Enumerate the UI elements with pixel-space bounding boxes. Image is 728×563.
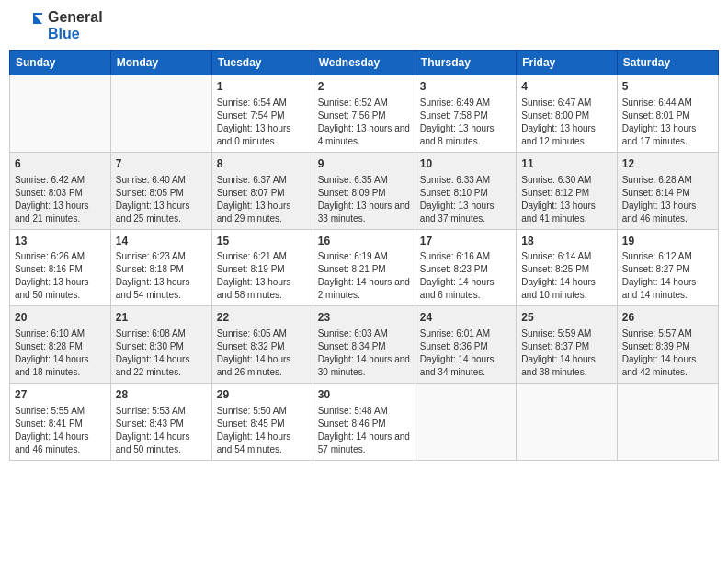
logo: General Blue [13,9,103,42]
day-info: Sunrise: 6:52 AM Sunset: 7:56 PM Dayligh… [318,97,410,148]
day-info: Sunrise: 6:05 AM Sunset: 8:32 PM Dayligh… [217,327,308,379]
day-number: 14 [116,234,207,249]
calendar-header: SundayMondayTuesdayWednesdayThursdayFrid… [10,51,719,75]
calendar-cell: 24Sunrise: 6:01 AM Sunset: 8:36 PM Dayli… [415,306,516,384]
day-info: Sunrise: 5:57 AM Sunset: 8:39 PM Dayligh… [622,327,713,379]
calendar-body: 1Sunrise: 6:54 AM Sunset: 7:54 PM Daylig… [10,75,719,461]
calendar-cell: 8Sunrise: 6:37 AM Sunset: 8:07 PM Daylig… [211,152,313,229]
day-number: 9 [318,156,410,172]
calendar-cell: 21Sunrise: 6:08 AM Sunset: 8:30 PM Dayli… [110,306,211,384]
day-number: 22 [217,310,308,326]
day-number: 10 [420,156,511,172]
logo-container: General Blue [13,9,103,42]
day-number: 11 [521,156,611,172]
calendar-cell: 27Sunrise: 5:55 AM Sunset: 8:41 PM Dayli… [10,384,111,461]
day-number: 2 [318,79,410,95]
weekday-header-row: SundayMondayTuesdayWednesdayThursdayFrid… [10,51,719,75]
weekday-header-thursday: Thursday [415,51,516,75]
calendar-week-row: 1Sunrise: 6:54 AM Sunset: 7:54 PM Daylig… [10,75,719,153]
calendar-cell: 19Sunrise: 6:12 AM Sunset: 8:27 PM Dayli… [617,229,718,306]
weekday-header-sunday: Sunday [10,51,111,75]
weekday-header-wednesday: Wednesday [313,51,415,75]
day-number: 12 [622,156,713,172]
day-number: 23 [318,310,410,326]
day-info: Sunrise: 6:47 AM Sunset: 8:00 PM Dayligh… [521,97,611,148]
day-info: Sunrise: 6:08 AM Sunset: 8:30 PM Dayligh… [116,327,207,379]
day-info: Sunrise: 6:44 AM Sunset: 8:01 PM Dayligh… [622,97,713,148]
calendar-cell: 30Sunrise: 5:48 AM Sunset: 8:46 PM Dayli… [313,384,415,461]
calendar-week-row: 20Sunrise: 6:10 AM Sunset: 8:28 PM Dayli… [10,306,719,384]
calendar-cell: 17Sunrise: 6:16 AM Sunset: 8:23 PM Dayli… [415,229,516,306]
day-info: Sunrise: 6:33 AM Sunset: 8:10 PM Dayligh… [420,174,511,225]
calendar-table: SundayMondayTuesdayWednesdayThursdayFrid… [9,50,719,461]
calendar-cell: 18Sunrise: 6:14 AM Sunset: 8:25 PM Dayli… [517,229,617,306]
calendar-week-row: 27Sunrise: 5:55 AM Sunset: 8:41 PM Dayli… [10,384,719,461]
day-number: 28 [116,387,207,403]
day-info: Sunrise: 6:26 AM Sunset: 8:16 PM Dayligh… [15,250,106,302]
calendar-cell: 28Sunrise: 5:53 AM Sunset: 8:43 PM Dayli… [110,384,211,461]
calendar-cell: 1Sunrise: 6:54 AM Sunset: 7:54 PM Daylig… [211,75,313,153]
calendar-week-row: 6Sunrise: 6:42 AM Sunset: 8:03 PM Daylig… [10,152,719,229]
calendar-cell: 23Sunrise: 6:03 AM Sunset: 8:34 PM Dayli… [313,306,415,384]
day-info: Sunrise: 6:14 AM Sunset: 8:25 PM Dayligh… [521,250,611,302]
calendar-cell [517,384,617,461]
day-info: Sunrise: 6:54 AM Sunset: 7:54 PM Dayligh… [217,97,308,148]
calendar-cell: 13Sunrise: 6:26 AM Sunset: 8:16 PM Dayli… [10,229,111,306]
day-info: Sunrise: 6:12 AM Sunset: 8:27 PM Dayligh… [622,250,713,302]
day-info: Sunrise: 6:49 AM Sunset: 7:58 PM Dayligh… [420,97,511,148]
day-info: Sunrise: 6:03 AM Sunset: 8:34 PM Dayligh… [318,327,410,379]
day-number: 26 [622,310,713,326]
logo-general-text: General [48,9,103,26]
day-number: 25 [521,310,611,326]
day-number: 16 [318,234,410,249]
calendar-cell: 6Sunrise: 6:42 AM Sunset: 8:03 PM Daylig… [10,152,111,229]
day-number: 27 [15,387,106,403]
calendar-cell: 22Sunrise: 6:05 AM Sunset: 8:32 PM Dayli… [211,306,313,384]
day-number: 30 [318,387,410,403]
day-info: Sunrise: 6:28 AM Sunset: 8:14 PM Dayligh… [622,174,713,225]
calendar-cell: 25Sunrise: 5:59 AM Sunset: 8:37 PM Dayli… [517,306,617,384]
day-number: 20 [15,310,106,326]
calendar-cell [617,384,718,461]
day-number: 7 [116,156,207,172]
day-info: Sunrise: 6:30 AM Sunset: 8:12 PM Dayligh… [521,174,611,225]
day-info: Sunrise: 6:10 AM Sunset: 8:28 PM Dayligh… [15,327,106,379]
day-info: Sunrise: 6:23 AM Sunset: 8:18 PM Dayligh… [116,250,207,302]
day-number: 13 [15,234,106,249]
calendar-cell: 9Sunrise: 6:35 AM Sunset: 8:09 PM Daylig… [313,152,415,229]
calendar-cell: 15Sunrise: 6:21 AM Sunset: 8:19 PM Dayli… [211,229,313,306]
weekday-header-saturday: Saturday [617,51,718,75]
calendar-cell: 29Sunrise: 5:50 AM Sunset: 8:45 PM Dayli… [211,384,313,461]
calendar-cell: 3Sunrise: 6:49 AM Sunset: 7:58 PM Daylig… [415,75,516,153]
calendar-cell: 20Sunrise: 6:10 AM Sunset: 8:28 PM Dayli… [10,306,111,384]
day-info: Sunrise: 5:48 AM Sunset: 8:46 PM Dayligh… [318,405,410,456]
calendar-cell: 7Sunrise: 6:40 AM Sunset: 8:05 PM Daylig… [110,152,211,229]
day-info: Sunrise: 6:35 AM Sunset: 8:09 PM Dayligh… [318,174,410,225]
day-info: Sunrise: 5:55 AM Sunset: 8:41 PM Dayligh… [15,405,106,456]
calendar-cell: 16Sunrise: 6:19 AM Sunset: 8:21 PM Dayli… [313,229,415,306]
day-info: Sunrise: 6:16 AM Sunset: 8:23 PM Dayligh… [420,250,511,302]
calendar-cell [110,75,211,153]
calendar-cell: 5Sunrise: 6:44 AM Sunset: 8:01 PM Daylig… [617,75,718,153]
day-number: 1 [217,79,308,95]
weekday-header-tuesday: Tuesday [211,51,313,75]
day-number: 19 [622,234,713,249]
calendar-week-row: 13Sunrise: 6:26 AM Sunset: 8:16 PM Dayli… [10,229,719,306]
day-info: Sunrise: 6:42 AM Sunset: 8:03 PM Dayligh… [15,174,106,225]
weekday-header-monday: Monday [110,51,211,75]
day-info: Sunrise: 5:50 AM Sunset: 8:45 PM Dayligh… [217,405,308,456]
svg-rect-1 [33,13,42,15]
calendar-cell: 26Sunrise: 5:57 AM Sunset: 8:39 PM Dayli… [617,306,718,384]
day-number: 6 [15,156,106,172]
calendar-cell [10,75,111,153]
day-info: Sunrise: 6:40 AM Sunset: 8:05 PM Dayligh… [116,174,207,225]
page-header: General Blue [9,9,719,42]
calendar-cell: 14Sunrise: 6:23 AM Sunset: 8:18 PM Dayli… [110,229,211,306]
day-number: 21 [116,310,207,326]
logo-blue-text: Blue [48,26,103,42]
calendar-cell: 12Sunrise: 6:28 AM Sunset: 8:14 PM Dayli… [617,152,718,229]
day-info: Sunrise: 5:53 AM Sunset: 8:43 PM Dayligh… [116,405,207,456]
day-info: Sunrise: 6:37 AM Sunset: 8:07 PM Dayligh… [217,174,308,225]
weekday-header-friday: Friday [517,51,617,75]
day-info: Sunrise: 6:21 AM Sunset: 8:19 PM Dayligh… [217,250,308,302]
